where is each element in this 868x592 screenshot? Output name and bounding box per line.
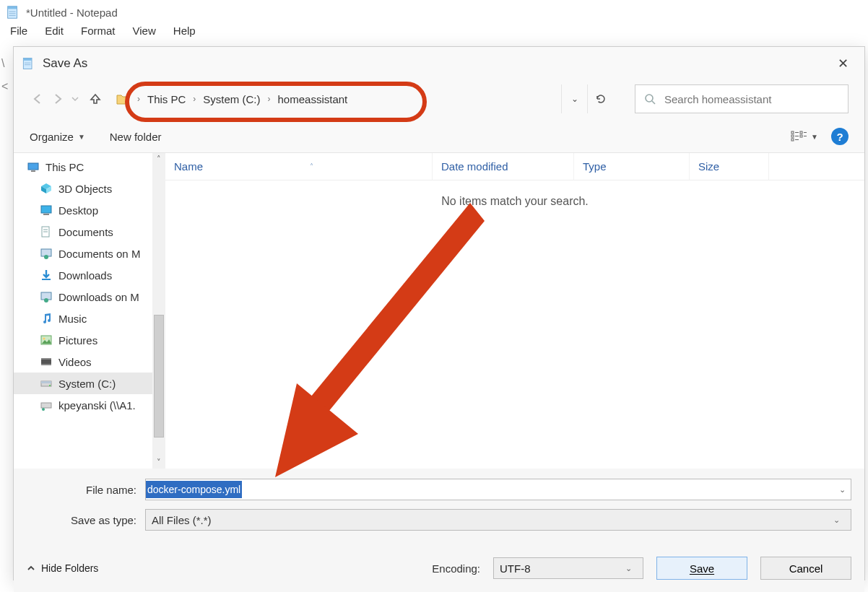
save-button[interactable]: Save bbox=[656, 557, 747, 580]
svg-rect-41 bbox=[41, 403, 51, 408]
view-options-button[interactable]: ▼ bbox=[791, 130, 818, 143]
recent-dropdown-icon[interactable] bbox=[67, 91, 83, 107]
svg-line-10 bbox=[652, 101, 655, 104]
refresh-button[interactable] bbox=[587, 84, 613, 113]
menu-file[interactable]: File bbox=[10, 25, 27, 37]
tree-item[interactable]: Downloads bbox=[14, 264, 165, 286]
address-dropdown-button[interactable]: ⌄ bbox=[561, 84, 587, 113]
chevron-right-icon[interactable]: › bbox=[268, 94, 271, 104]
hide-folders-button[interactable]: Hide Folders bbox=[27, 562, 98, 574]
scroll-up-icon[interactable]: ˄ bbox=[155, 153, 162, 165]
forward-icon[interactable] bbox=[50, 91, 66, 107]
sort-up-icon: ˄ bbox=[310, 162, 313, 170]
column-size[interactable]: Size bbox=[690, 153, 769, 180]
svg-rect-22 bbox=[31, 170, 35, 172]
tree-item[interactable]: Downloads on M bbox=[14, 286, 165, 308]
tree-item-label: Downloads on M bbox=[58, 291, 139, 303]
tree-item[interactable]: Documents on M bbox=[14, 243, 165, 264]
search-box[interactable] bbox=[635, 84, 849, 113]
column-name[interactable]: Name ˄ bbox=[165, 153, 433, 180]
svg-rect-13 bbox=[791, 135, 794, 137]
breadcrumb-homeassistant[interactable]: homeassistant bbox=[278, 93, 348, 105]
tree-item-label: Pictures bbox=[58, 334, 97, 347]
menu-edit[interactable]: Edit bbox=[45, 25, 64, 37]
toolbar: Organize ▼ New folder ▼ ? bbox=[14, 121, 864, 152]
svg-rect-17 bbox=[800, 131, 802, 134]
chevron-down-icon: ▼ bbox=[811, 133, 818, 141]
svg-rect-37 bbox=[41, 364, 51, 365]
tree-item[interactable]: This PC bbox=[14, 156, 165, 178]
tree-item[interactable]: Pictures bbox=[14, 329, 165, 351]
svg-rect-24 bbox=[43, 214, 49, 215]
tree-item[interactable]: Documents bbox=[14, 221, 165, 243]
file-name-field[interactable]: docker-compose.yml ⌄ bbox=[145, 479, 851, 500]
empty-message: No items match your search. bbox=[441, 195, 589, 208]
svg-rect-21 bbox=[28, 163, 38, 170]
svg-point-42 bbox=[42, 408, 45, 411]
file-list: Name ˄ Date modified Type Size No items … bbox=[165, 153, 864, 469]
organize-label: Organize bbox=[30, 131, 74, 143]
organize-button[interactable]: Organize ▼ bbox=[30, 131, 85, 143]
svg-point-34 bbox=[43, 338, 45, 340]
encoding-select[interactable]: UTF-8 ⌄ bbox=[493, 557, 643, 579]
menu-format[interactable]: Format bbox=[81, 25, 116, 37]
svg-point-32 bbox=[44, 298, 48, 302]
file-name-value[interactable]: docker-compose.yml bbox=[146, 481, 242, 498]
help-icon[interactable]: ? bbox=[831, 128, 849, 145]
tree-item-label: Desktop bbox=[58, 204, 98, 217]
notepad-title: *Untitled - Notepad bbox=[26, 6, 118, 19]
tree-item-label: Music bbox=[58, 313, 87, 325]
up-icon[interactable] bbox=[87, 91, 103, 107]
svg-point-39 bbox=[49, 385, 51, 386]
menu-view[interactable]: View bbox=[133, 25, 156, 37]
chevron-up-icon bbox=[27, 564, 35, 573]
new-folder-button[interactable]: New folder bbox=[110, 131, 162, 143]
back-icon[interactable] bbox=[30, 91, 45, 107]
tree-item[interactable]: kpeyanski (\\A1. bbox=[14, 394, 165, 416]
encoding-value: UTF-8 bbox=[500, 562, 531, 575]
notepad-edge-chars: \< bbox=[0, 56, 10, 592]
dialog-title: Save As bbox=[43, 56, 87, 71]
svg-rect-6 bbox=[23, 58, 32, 61]
tree-item-label: System (C:) bbox=[58, 378, 116, 390]
search-input[interactable] bbox=[663, 92, 839, 106]
scroll-down-icon[interactable]: ˅ bbox=[155, 456, 162, 469]
svg-point-9 bbox=[646, 95, 653, 102]
hide-folders-label: Hide Folders bbox=[41, 562, 98, 574]
svg-rect-40 bbox=[41, 381, 51, 383]
menu-help[interactable]: Help bbox=[173, 25, 196, 37]
chevron-down-icon[interactable]: ⌄ bbox=[833, 485, 851, 495]
save-as-type-value: All Files (*.*) bbox=[152, 514, 212, 526]
search-icon bbox=[644, 93, 656, 105]
notepad-titlebar: *Untitled - Notepad bbox=[0, 0, 868, 22]
view-list-icon bbox=[791, 130, 807, 143]
breadcrumb-this-pc[interactable]: This PC bbox=[147, 93, 186, 105]
tree-item-label: kpeyanski (\\A1. bbox=[58, 399, 136, 412]
scroll-thumb[interactable] bbox=[154, 315, 164, 438]
svg-rect-15 bbox=[791, 139, 794, 141]
tree-item-label: This PC bbox=[45, 161, 84, 173]
column-date[interactable]: Date modified bbox=[433, 153, 574, 180]
svg-rect-23 bbox=[41, 206, 51, 213]
tree-item[interactable]: Videos bbox=[14, 351, 165, 373]
chevron-right-icon[interactable]: › bbox=[137, 94, 140, 104]
svg-rect-1 bbox=[8, 6, 17, 9]
close-icon[interactable]: ✕ bbox=[832, 54, 854, 73]
chevron-right-icon[interactable]: › bbox=[193, 94, 196, 104]
svg-rect-36 bbox=[41, 358, 51, 360]
save-as-type-select[interactable]: All Files (*.*) ⌄ bbox=[145, 509, 851, 531]
column-type[interactable]: Type bbox=[574, 153, 690, 180]
tree-scrollbar[interactable]: ˄ ˅ bbox=[152, 153, 165, 469]
tree-item-label: Documents on M bbox=[58, 248, 140, 260]
svg-rect-11 bbox=[791, 131, 794, 134]
address-bar[interactable]: › This PC › System (C:) › homeassistant bbox=[108, 84, 557, 113]
tree-item[interactable]: System (C:) bbox=[14, 373, 165, 394]
tree-item[interactable]: Desktop bbox=[14, 199, 165, 221]
tree-item[interactable]: Music bbox=[14, 308, 165, 329]
breadcrumb-system-c[interactable]: System (C:) bbox=[203, 93, 260, 105]
save-as-dialog: Save As ✕ › This PC › System (C:) bbox=[13, 46, 865, 580]
tree-item[interactable]: 3D Objects bbox=[14, 178, 165, 199]
tree-item-label: 3D Objects bbox=[58, 183, 112, 195]
encoding-label: Encoding: bbox=[432, 562, 480, 575]
cancel-button[interactable]: Cancel bbox=[760, 557, 851, 580]
